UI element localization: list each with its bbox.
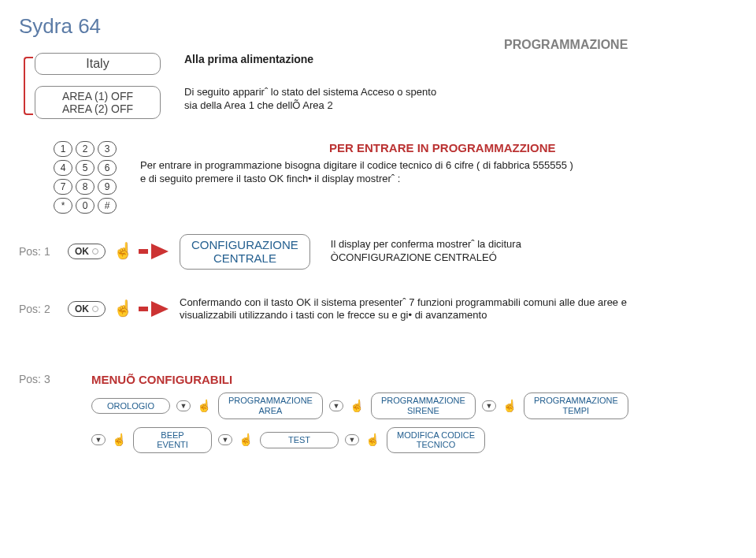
key-2[interactable]: 2 bbox=[76, 141, 94, 157]
key-3[interactable]: 3 bbox=[98, 141, 117, 157]
pos1-text: Il display per conferma mostrerˆ la dici… bbox=[331, 238, 521, 265]
menu-mod-codice[interactable]: MODIFICA CODICETECNICO bbox=[387, 427, 485, 453]
hand-icon: ☝ bbox=[112, 433, 127, 447]
red-title-entrare: PER ENTRARE IN PROGRAMMAZZIONE bbox=[329, 141, 737, 154]
ok-button-2[interactable]: OK bbox=[68, 301, 106, 317]
hand-icon bbox=[113, 241, 131, 262]
pos3-label: Pos: 3 bbox=[19, 373, 57, 461]
subhead-alimentazione: Alla prima alimentazione bbox=[184, 53, 737, 65]
menu-test[interactable]: TEST bbox=[260, 432, 339, 448]
row-alimentazione: Italy AREA (1) OFF AREA (2) OFF Alla pri… bbox=[19, 53, 737, 119]
down-arrow-icon[interactable]: ▼ bbox=[345, 434, 359, 445]
down-arrow-icon[interactable]: ▼ bbox=[329, 400, 343, 411]
down-arrow-icon[interactable]: ▼ bbox=[482, 400, 496, 411]
key-4[interactable]: 4 bbox=[54, 160, 72, 176]
text-entrare-prog: Per entrare in programmazione bisogna di… bbox=[140, 159, 737, 186]
key-star[interactable]: * bbox=[54, 198, 72, 214]
pos2-text: Confermando con il tasto OK il sistema p… bbox=[180, 296, 737, 323]
menu-row-2: ▼ ☝ BEEPEVENTI ▼ ☝ TEST ▼ ☝ MODIFICA COD… bbox=[91, 427, 628, 453]
page-title: Sydra 64 bbox=[19, 14, 737, 39]
key-9[interactable]: 9 bbox=[98, 179, 117, 195]
menu-prog-area[interactable]: PROGRAMMAZIONEAREA bbox=[218, 392, 323, 418]
hand-icon: ☝ bbox=[502, 399, 517, 413]
down-arrow-icon[interactable]: ▼ bbox=[218, 434, 232, 445]
menu-prog-sirene[interactable]: PROGRAMMAZIONESIRENE bbox=[371, 392, 476, 418]
key-5[interactable]: 5 bbox=[76, 160, 94, 176]
arrow-icon bbox=[139, 301, 172, 317]
menu-orologio[interactable]: OROLOGIO bbox=[91, 398, 170, 415]
key-6[interactable]: 6 bbox=[98, 160, 117, 176]
pos1-label: Pos: 1 bbox=[19, 245, 57, 258]
menu-title: MENUÕ CONFIGURABILI bbox=[91, 373, 628, 386]
key-7[interactable]: 7 bbox=[54, 179, 72, 195]
ok-led-icon bbox=[92, 306, 98, 312]
pos2-row: Pos: 2 OK Confermando con il tasto OK il… bbox=[19, 296, 737, 323]
menu-beep-eventi[interactable]: BEEPEVENTI bbox=[133, 427, 212, 453]
lcd-italy: Italy bbox=[35, 53, 161, 75]
arrow-icon bbox=[139, 244, 172, 259]
ok-led-icon bbox=[92, 248, 98, 255]
hand-icon: ☝ bbox=[365, 433, 380, 447]
lcd-area-off: AREA (1) OFF AREA (2) OFF bbox=[35, 86, 161, 119]
key-hash[interactable]: # bbox=[98, 198, 117, 214]
ok-button-1[interactable]: OK bbox=[68, 244, 106, 259]
menu-row-1: OROLOGIO ▼ ☝ PROGRAMMAZIONEAREA ▼ ☝ PROG… bbox=[91, 392, 628, 418]
hand-icon: ☝ bbox=[350, 399, 365, 413]
keypad: 1 2 3 4 5 6 7 8 9 * 0 # bbox=[54, 141, 117, 214]
hand-icon: ☝ bbox=[239, 433, 254, 447]
key-0[interactable]: 0 bbox=[76, 198, 94, 214]
pos2-label: Pos: 2 bbox=[19, 303, 57, 315]
hand-icon bbox=[113, 299, 131, 319]
key-8[interactable]: 8 bbox=[76, 179, 94, 195]
lcd-config-centrale: CONFIGURAZIONE CENTRALE bbox=[180, 234, 310, 270]
key-1[interactable]: 1 bbox=[54, 141, 72, 157]
pos1-row: Pos: 1 OK CONFIGURAZIONE CENTRALE Il dis… bbox=[19, 234, 737, 270]
heading-programmazione: PROGRAMMAZIONE bbox=[504, 38, 628, 52]
menu-config-section: MENUÕ CONFIGURABILI OROLOGIO ▼ ☝ PROGRAM… bbox=[60, 373, 628, 461]
menu-prog-tempi[interactable]: PROGRAMMAZIONETEMPI bbox=[524, 392, 628, 418]
down-arrow-icon[interactable]: ▼ bbox=[91, 434, 106, 445]
text-stato-sistema: Di seguito apparirˆ lo stato del sistema… bbox=[184, 86, 737, 113]
down-arrow-icon[interactable]: ▼ bbox=[176, 400, 191, 411]
hand-icon: ☝ bbox=[197, 399, 212, 413]
row-entrare-prog: 1 2 3 4 5 6 7 8 9 * 0 # PER ENTRARE IN P… bbox=[19, 141, 737, 214]
